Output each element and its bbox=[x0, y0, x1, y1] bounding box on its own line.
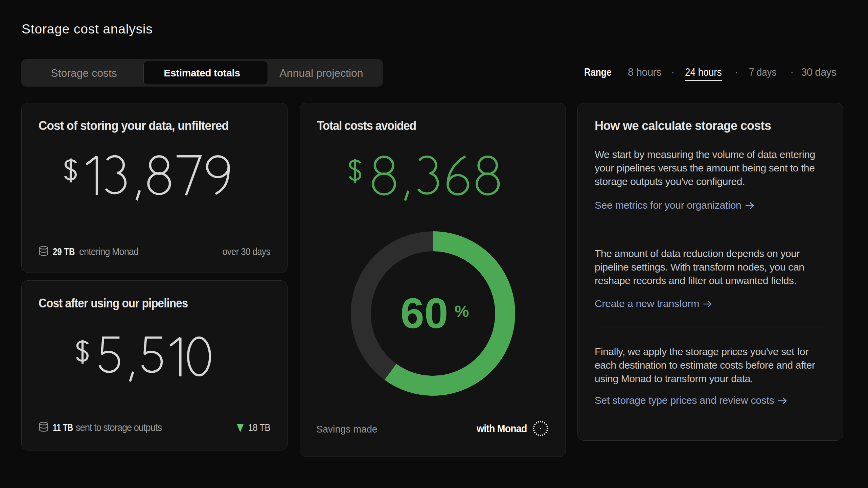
svg-text:60%: 60% bbox=[401, 289, 469, 337]
